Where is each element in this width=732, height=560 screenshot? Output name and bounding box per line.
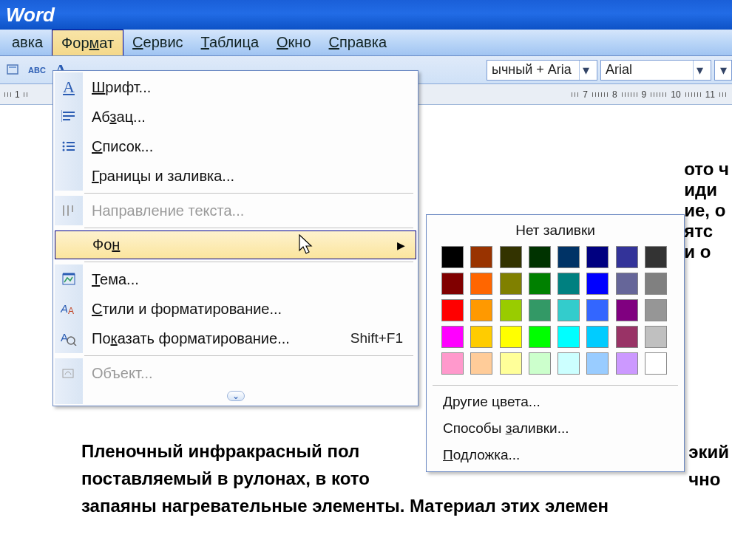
menu-item-объект: Объект... xyxy=(55,358,416,388)
color-swatch[interactable] xyxy=(558,299,580,321)
menu-item-стили-и-форматирование[interactable]: AAСтили и форматирование... xyxy=(55,294,416,324)
color-swatch[interactable] xyxy=(558,352,580,375)
chevron-down-icon: ▾ xyxy=(693,61,706,80)
color-swatch[interactable] xyxy=(586,352,609,375)
styles-icon: AA xyxy=(55,294,83,324)
color-swatch[interactable] xyxy=(616,299,638,321)
color-swatch[interactable] xyxy=(529,352,551,375)
A-icon: A xyxy=(55,72,83,102)
menu-формат[interactable]: Формат xyxy=(52,30,123,55)
chevron-down-icon: ▾ xyxy=(579,61,592,80)
color-swatch[interactable] xyxy=(558,246,580,268)
app-title: Word xyxy=(6,4,55,27)
separator xyxy=(84,355,413,356)
watermark-item[interactable]: Подложка... xyxy=(431,442,680,468)
color-swatch[interactable] xyxy=(500,273,522,295)
no-fill-option[interactable]: Нет заливки xyxy=(431,218,680,246)
color-swatch[interactable] xyxy=(586,299,609,321)
style-selector[interactable]: ычный + Aria ▾ xyxy=(487,60,597,81)
color-swatch[interactable] xyxy=(616,246,638,268)
svg-text:A: A xyxy=(68,306,74,316)
color-swatch[interactable] xyxy=(500,326,522,348)
menu-item-границы-и-заливка[interactable]: Границы и заливка... xyxy=(55,161,416,191)
expand-menu-button[interactable]: ⌄ xyxy=(55,388,416,404)
menu-окно[interactable]: Окно xyxy=(268,30,319,55)
menu-item-label: Фон xyxy=(84,236,120,253)
menu-item-label: Стили и форматирование... xyxy=(83,301,282,318)
svg-point-5 xyxy=(63,142,65,144)
object-icon xyxy=(55,358,83,388)
color-swatch[interactable] xyxy=(470,326,492,348)
menu-справка[interactable]: Справка xyxy=(320,30,396,55)
color-swatch[interactable] xyxy=(586,326,609,348)
color-swatch[interactable] xyxy=(441,326,464,348)
menu-item-показать-форматирование[interactable]: AПоказать форматирование...Shift+F1 xyxy=(55,324,416,353)
color-swatch[interactable] xyxy=(645,352,667,375)
blank-icon xyxy=(55,231,84,259)
menu-item-label: Объект... xyxy=(83,365,153,382)
menu-item-label: Шрифт... xyxy=(83,79,151,96)
color-swatch[interactable] xyxy=(586,246,609,268)
submenu-arrow-icon: ▶ xyxy=(397,239,408,251)
menu-item-направление-текста: Направление текста... xyxy=(55,196,416,225)
color-swatch[interactable] xyxy=(500,246,522,268)
background-submenu: Нет заливки Другие цвета... Способы зали… xyxy=(426,214,685,472)
color-swatch[interactable] xyxy=(500,299,522,321)
menu-item-шрифт[interactable]: AШрифт... xyxy=(55,72,416,102)
fill-effects-item[interactable]: Способы заливки... xyxy=(431,415,680,442)
svg-rect-20 xyxy=(63,369,73,378)
color-swatch[interactable] xyxy=(529,326,551,348)
svg-text:A: A xyxy=(61,302,68,315)
style-value: ычный + Aria xyxy=(492,62,572,78)
color-swatch[interactable] xyxy=(645,273,667,295)
menu-item-фон[interactable]: Фон▶ xyxy=(55,231,416,259)
color-swatch[interactable] xyxy=(645,299,667,321)
color-swatch[interactable] xyxy=(470,352,492,375)
menu-item-список[interactable]: Список... xyxy=(55,132,416,161)
color-swatch[interactable] xyxy=(441,352,464,375)
svg-line-19 xyxy=(73,343,76,346)
color-swatch[interactable] xyxy=(616,326,638,348)
color-swatch[interactable] xyxy=(616,352,638,375)
separator xyxy=(84,262,413,262)
color-swatch[interactable] xyxy=(558,326,580,348)
color-swatch[interactable] xyxy=(645,246,667,268)
svg-rect-0 xyxy=(7,65,18,74)
reveal-icon: A xyxy=(55,324,83,353)
menu-авка[interactable]: авка xyxy=(3,30,52,55)
color-swatch[interactable] xyxy=(441,246,464,268)
color-swatch[interactable] xyxy=(529,299,551,321)
font-value: Arial xyxy=(606,62,632,78)
toolbar-icon[interactable] xyxy=(3,60,24,81)
titlebar: Word xyxy=(0,0,732,30)
font-selector[interactable]: Arial ▾ xyxy=(600,60,711,81)
color-swatch[interactable] xyxy=(441,273,464,295)
menu-item-label: Список... xyxy=(83,138,153,155)
list-icon xyxy=(55,132,83,161)
color-swatch[interactable] xyxy=(500,352,522,375)
color-swatch[interactable] xyxy=(529,246,551,268)
color-swatch[interactable] xyxy=(441,299,464,321)
menu-item-тема[interactable]: Тема... xyxy=(55,264,416,294)
format-menu: AШрифт...Абзац...Список...Границы и зали… xyxy=(52,70,418,406)
color-swatch[interactable] xyxy=(470,273,492,295)
menu-item-label: Тема... xyxy=(83,271,139,288)
color-swatch[interactable] xyxy=(470,299,492,321)
color-swatches xyxy=(431,246,680,382)
more-colors-item[interactable]: Другие цвета... xyxy=(431,389,680,415)
theme-icon xyxy=(55,264,83,294)
menubar: авкаФорматСервисТаблицаОкноСправка xyxy=(0,30,732,56)
menu-сервис[interactable]: Сервис xyxy=(123,30,192,55)
color-swatch[interactable] xyxy=(529,273,551,295)
color-swatch[interactable] xyxy=(586,273,609,295)
color-swatch[interactable] xyxy=(558,273,580,295)
spellcheck-icon[interactable]: ABC xyxy=(27,60,47,81)
para-icon xyxy=(55,102,83,132)
font-size-selector[interactable]: ▾ xyxy=(714,60,732,81)
color-swatch[interactable] xyxy=(470,246,492,268)
menu-item-абзац[interactable]: Абзац... xyxy=(55,102,416,132)
color-swatch[interactable] xyxy=(645,326,667,348)
svg-rect-1 xyxy=(9,66,16,68)
color-swatch[interactable] xyxy=(616,273,638,295)
menu-таблица[interactable]: Таблица xyxy=(192,30,268,55)
